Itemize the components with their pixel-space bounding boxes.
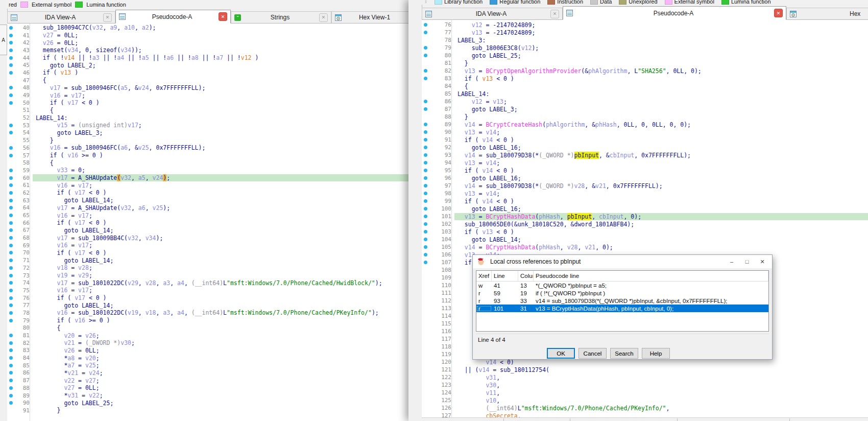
help-button[interactable]: Help <box>642 348 670 359</box>
code-line[interactable]: 46 if ( v13 ) <box>7 69 408 77</box>
code-line[interactable]: 58 { <box>7 159 408 167</box>
code-line[interactable]: 82 v21 = (_DWORD *)v30; <box>7 339 408 347</box>
code-line[interactable]: 50 if ( v17 < 0 ) <box>7 99 408 107</box>
code-line[interactable]: 83 v26 = 0LL; <box>7 347 408 355</box>
code-line[interactable]: 85LABEL_14: <box>422 90 868 98</box>
xref-dialog-titlebar[interactable]: Local cross references to pbInput – □ ✕ <box>473 255 772 268</box>
code-line[interactable]: 125 v10, <box>422 396 868 404</box>
code-line[interactable]: 59 v33 = 0; <box>7 167 408 174</box>
column-header-xref[interactable]: Xref <box>476 271 492 281</box>
pseudocode-pane-left[interactable]: 40 sub_180094C7C(v32, a9, a10, a2);41 v2… <box>7 23 408 421</box>
code-line[interactable]: 84 { <box>422 82 868 90</box>
code-line[interactable]: 65 v16 = v17; <box>7 212 408 219</box>
code-line[interactable]: 80 goto LABEL_25; <box>422 52 868 59</box>
code-line[interactable]: 91 if ( v14 < 0 ) <box>422 136 868 144</box>
code-line[interactable]: 73 v19 = v29; <box>7 272 408 279</box>
code-line[interactable]: 88 } <box>422 113 868 121</box>
code-line[interactable]: 53 v15 = (unsigned int)v17; <box>7 122 408 129</box>
code-line[interactable]: 86 v12 = v13; <box>422 98 868 105</box>
code-line[interactable]: 81 } <box>422 59 868 67</box>
code-line[interactable]: 43 memset(v34, 0, sizeof(v34)); <box>7 46 408 54</box>
code-line[interactable]: 91 } <box>7 407 408 414</box>
code-line[interactable]: 78 v16 = sub_1801022DC(v19, v18, a3, a4,… <box>7 309 408 317</box>
code-line[interactable]: 44 if ( !v14 || !a3 || !a4 || !a5 || !a6… <box>7 54 408 62</box>
code-line[interactable]: 93 v14 = sub_180079D38(*(_QWORD *)pbInpu… <box>422 151 868 159</box>
code-line[interactable]: 90 v13 = v14; <box>422 128 868 136</box>
column-header-line[interactable]: Line <box>492 271 518 281</box>
code-line[interactable]: 100 goto LABEL_16; <box>422 205 868 213</box>
code-line[interactable]: 74 v17 = sub_1801022DC(v29, v28, a3, a4,… <box>7 279 408 287</box>
code-line[interactable]: 105 v14 = BCryptHashData(phHash, v28, v2… <box>422 243 868 251</box>
code-line[interactable]: 90 goto LABEL_25; <box>7 399 408 407</box>
code-line[interactable]: 57 if ( v16 >= 0 ) <box>7 152 408 159</box>
code-line[interactable]: 97 v14 = sub_180079D38(*(_QWORD *)v28, &… <box>422 182 868 190</box>
close-tab-icon[interactable]: ✕ <box>319 13 328 22</box>
collapsed-panel-tab-a[interactable]: A <box>0 25 7 55</box>
cancel-button[interactable]: Cancel <box>578 348 607 359</box>
code-line[interactable]: 98 v13 = v14; <box>422 190 868 197</box>
tab-hex-view-1[interactable]: Hex View-1 <box>331 11 408 23</box>
code-line[interactable]: 123 v30, <box>422 381 868 389</box>
code-line[interactable]: 83 if ( v13 < 0 ) <box>422 75 868 82</box>
code-line[interactable]: 75 v16 = v17; <box>7 287 408 294</box>
code-line[interactable]: 79 sub_18006E3C8(v12); <box>422 44 868 52</box>
code-line[interactable]: 72 v18 = v28; <box>7 264 408 272</box>
search-button[interactable]: Search <box>610 348 638 359</box>
code-line[interactable]: 76 if ( v17 < 0 ) <box>7 294 408 302</box>
code-line[interactable]: 63 goto LABEL_14; <box>7 197 408 204</box>
code-line[interactable]: 66 if ( v17 < 0 ) <box>7 219 408 227</box>
code-line[interactable]: 51 { <box>7 107 408 114</box>
code-line[interactable]: 81 v20 = v26; <box>7 332 408 339</box>
xref-row[interactable]: w4113*(_QWORD *)pbInput = a5; <box>476 282 768 289</box>
code-line[interactable]: 40 sub_180094C7C(v32, a9, a10, a2); <box>7 24 408 32</box>
code-line[interactable]: 82 v13 = BCryptOpenAlgorithmProvider(&ph… <box>422 67 868 75</box>
code-line[interactable]: 124 v11, <box>422 389 868 396</box>
code-line[interactable]: 87 goto LABEL_3; <box>422 105 868 113</box>
tab-hex[interactable]: Hex <box>786 8 868 19</box>
close-icon[interactable]: ✕ <box>755 256 770 267</box>
code-line[interactable]: 79 if ( v16 >= 0 ) <box>7 317 408 324</box>
xref-row[interactable]: r10131v13 = BCryptHashData(phHash, pbInp… <box>476 305 768 312</box>
code-line[interactable]: 54 goto LABEL_3; <box>7 129 408 137</box>
minimize-icon[interactable]: – <box>724 256 739 267</box>
code-line[interactable]: 103 if ( v13 < 0 ) <box>422 228 868 236</box>
code-line[interactable]: 89 *v31 = v22; <box>7 392 408 400</box>
tab-ida-view-a[interactable]: IDA View-A✕ <box>7 11 115 23</box>
code-line[interactable]: 85 *a7 = v25; <box>7 362 408 369</box>
maximize-icon[interactable]: □ <box>739 256 755 267</box>
code-line[interactable]: 104 goto LABEL_14; <box>422 236 868 243</box>
code-line[interactable]: 92 goto LABEL_16; <box>422 144 868 151</box>
column-header-pseudocode-line[interactable]: Pseudocode line <box>534 271 768 281</box>
code-line[interactable]: 47 { <box>7 77 408 84</box>
code-line[interactable]: 87 v22 = v27; <box>7 377 408 384</box>
code-line[interactable]: 126 (__int64)L"msft:Windows/7.0/Phone/Ca… <box>422 404 868 412</box>
tab-strings[interactable]: “Strings✕ <box>231 11 331 23</box>
ok-button[interactable]: OK <box>547 348 575 359</box>
code-line[interactable]: 70 if ( v17 < 0 ) <box>7 249 408 257</box>
code-line[interactable]: 78LABEL_3: <box>422 36 868 44</box>
code-line[interactable]: 52LABEL_14: <box>7 114 408 122</box>
close-tab-icon[interactable]: ✕ <box>219 12 227 21</box>
code-line[interactable]: 55 } <box>7 136 408 144</box>
code-line[interactable]: 48 v17 = sub_1800946FC(a5, &v24, 0x7FFFF… <box>7 84 408 92</box>
code-line[interactable]: 99 if ( v14 < 0 ) <box>422 197 868 205</box>
code-line[interactable]: 69 v16 = v17; <box>7 242 408 249</box>
code-line[interactable]: 89 v14 = BCryptCreateHash(phAlgorithm, &… <box>422 121 868 128</box>
code-line[interactable]: 45 goto LABEL_2; <box>7 61 408 69</box>
code-line[interactable]: 64 v17 = A_SHAUpdate(v32, a6, v25); <box>7 204 408 212</box>
code-line[interactable]: 102 sub_180065DE0(&unk_18018C520, &dword… <box>422 220 868 228</box>
code-line[interactable]: 80 { <box>7 324 408 332</box>
code-line[interactable]: 84 *a8 = v20; <box>7 354 408 362</box>
xref-row[interactable]: r9333v14 = sub_180079D38(*(_QWORD *)pbIn… <box>476 297 768 305</box>
code-line[interactable]: 62 if ( v17 < 0 ) <box>7 189 408 197</box>
code-line[interactable]: 61 v16 = v17; <box>7 181 408 189</box>
tab-ida-view-a[interactable]: IDA View-A✕ <box>422 8 563 19</box>
code-line[interactable]: 42 v26 = 0LL; <box>7 39 408 46</box>
close-tab-icon[interactable]: ✕ <box>550 10 559 18</box>
code-line[interactable]: 101 v13 = BCryptHashData(phHash, pbInput… <box>422 213 868 220</box>
code-line[interactable]: 95 if ( v14 < 0 ) <box>422 167 868 174</box>
code-line[interactable]: 77 goto LABEL_14; <box>7 301 408 309</box>
xref-row[interactable]: r5919if ( !*(_QWORD *)pbInput ) <box>476 289 768 297</box>
code-line[interactable]: 56 v16 = sub_1800946FC(a6, &v25, 0x7FFFF… <box>7 144 408 152</box>
close-tab-icon[interactable]: ✕ <box>774 9 783 17</box>
